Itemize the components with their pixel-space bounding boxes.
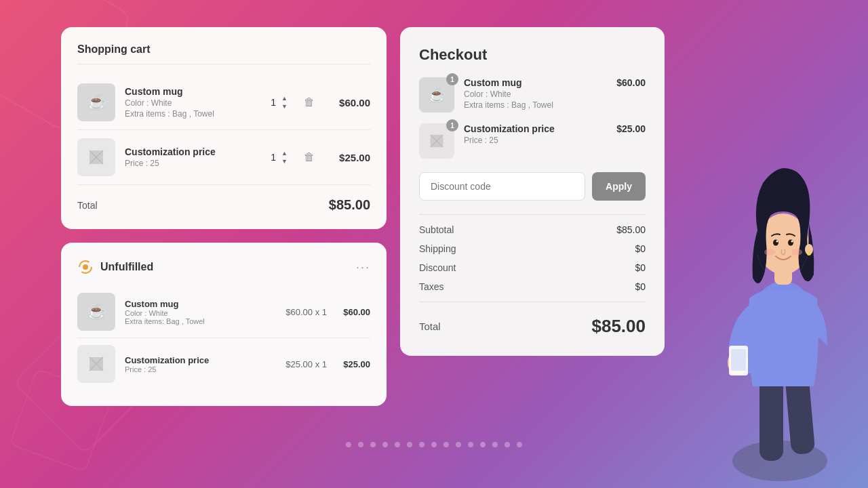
- cart-item-customization: Customization price Price : 25 1 ▲ ▼ 🗑 $…: [77, 130, 370, 185]
- discount-code-input[interactable]: [419, 172, 585, 201]
- discount-value: $0: [635, 262, 646, 273]
- mug-details: Custom mug Color : White Extra items : B…: [125, 86, 261, 119]
- discount-label: Discount: [419, 262, 456, 273]
- unfulfilled-mug-name: Custom mug: [125, 299, 276, 309]
- taxes-label: Taxes: [419, 281, 444, 292]
- summary-divider-top: [419, 214, 646, 215]
- checkout-item-customization: 1 Customization price Price : 25 $25.00: [419, 123, 646, 159]
- customization-detail: Price : 25: [125, 159, 261, 168]
- unfulfilled-customization-detail: Price : 25: [125, 365, 276, 373]
- unfulfilled-customization-qty-price: $25.00 x 1: [285, 359, 327, 369]
- checkout-customization-details: Customization price Price : 25: [464, 123, 607, 145]
- mug-color: Color : White: [125, 98, 261, 108]
- subtotal-value: $85.00: [616, 224, 646, 235]
- apply-button[interactable]: Apply: [592, 172, 646, 201]
- shipping-value: $0: [635, 243, 646, 254]
- cart-title: Shopping cart: [77, 43, 370, 64]
- taxes-value: $0: [635, 281, 646, 292]
- unfulfilled-item-customization: Customization price Price : 25 $25.00 x …: [77, 338, 370, 390]
- checkout-title: Checkout: [419, 46, 646, 64]
- mug-qty-down[interactable]: ▼: [280, 103, 289, 110]
- cart-total-label: Total: [77, 200, 98, 211]
- checkout-total-row: Total $85.00: [419, 309, 646, 337]
- customization-details: Customization price Price : 25: [125, 146, 261, 168]
- cart-total-row: Total $85.00: [77, 188, 370, 213]
- checkout-customization-image: 1: [419, 123, 454, 159]
- mug-delete-button[interactable]: 🗑: [298, 94, 320, 111]
- checkout-mug-price: $60.00: [616, 77, 646, 88]
- mug-image: ☕: [77, 83, 115, 121]
- customization-qty-value: 1: [271, 152, 276, 163]
- checkout-customization-price: $25.00: [616, 123, 646, 134]
- unfulfilled-mug-image: ☕: [77, 293, 115, 331]
- svg-point-21: [83, 264, 88, 270]
- unfulfilled-customization-image: [77, 345, 115, 383]
- main-layout: Shopping cart ☕ Custom mug Color : White…: [0, 0, 868, 488]
- mug-qty-value: 1: [271, 97, 276, 108]
- checkout-customization-badge: 1: [446, 119, 458, 131]
- customization-qty-down[interactable]: ▼: [280, 158, 289, 165]
- checkout-customization-detail: Price : 25: [464, 136, 607, 145]
- customization-image: [77, 138, 115, 176]
- mug-qty-up[interactable]: ▲: [280, 95, 289, 102]
- customization-name: Customization price: [125, 146, 261, 157]
- customization-price: $25.00: [330, 152, 370, 163]
- shipping-label: Shipping: [419, 243, 456, 254]
- unfulfilled-mug-details: Custom mug Color : White Extra items: Ba…: [125, 299, 276, 325]
- unfulfilled-title: Unfulfilled: [100, 261, 153, 273]
- checkout-mug-image: ☕ 1: [419, 77, 454, 113]
- checkout-customization-name: Customization price: [464, 123, 607, 134]
- mug-extras: Extra items : Bag , Towel: [125, 109, 261, 119]
- checkout-mug-color: Color : White: [464, 89, 607, 99]
- checkout-total-label: Total: [419, 321, 441, 332]
- unfulfilled-card: Unfulfilled ··· ☕ Custom mug Color : Whi…: [61, 243, 387, 406]
- customization-qty-up[interactable]: ▲: [280, 150, 289, 157]
- discount-row: Apply: [419, 172, 646, 201]
- discount-summary-row: Discount $0: [419, 258, 646, 277]
- customization-delete-button[interactable]: 🗑: [298, 148, 320, 166]
- checkout-mug-extras: Extra items : Bag , Towel: [464, 100, 607, 110]
- unfulfilled-customization-name: Customization price: [125, 355, 276, 365]
- checkout-card: Checkout ☕ 1 Custom mug Color : White Ex…: [400, 27, 665, 356]
- unfulfilled-mug-extras: Extra items: Bag , Towel: [125, 317, 276, 325]
- mug-qty-group: 1 ▲ ▼: [271, 95, 289, 110]
- unfulfilled-header: Unfulfilled ···: [77, 259, 370, 275]
- cart-total-value: $85.00: [329, 197, 370, 213]
- subtotal-row: Subtotal $85.00: [419, 220, 646, 239]
- left-column: Shopping cart ☕ Custom mug Color : White…: [61, 27, 387, 406]
- unfulfilled-customization-details: Customization price Price : 25: [125, 355, 276, 373]
- unfulfilled-item-mug: ☕ Custom mug Color : White Extra items: …: [77, 286, 370, 338]
- checkout-mug-name: Custom mug: [464, 77, 607, 88]
- unfulfilled-title-group: Unfulfilled: [77, 259, 153, 275]
- checkout-mug-badge: 1: [446, 73, 458, 85]
- customization-qty-controls[interactable]: ▲ ▼: [280, 150, 289, 165]
- taxes-row: Taxes $0: [419, 277, 646, 296]
- checkout-total-value: $85.00: [591, 316, 646, 337]
- mug-price: $60.00: [330, 97, 370, 108]
- mug-name: Custom mug: [125, 86, 261, 97]
- unfulfilled-customization-total: $25.00: [336, 359, 370, 369]
- checkout-mug-details: Custom mug Color : White Extra items : B…: [464, 77, 607, 110]
- subtotal-label: Subtotal: [419, 224, 454, 235]
- more-options-button[interactable]: ···: [356, 260, 370, 274]
- shipping-row: Shipping $0: [419, 239, 646, 258]
- unfulfilled-mug-color: Color : White: [125, 309, 276, 317]
- cart-item-mug: ☕ Custom mug Color : White Extra items :…: [77, 75, 370, 130]
- unfulfilled-mug-total: $60.00: [336, 307, 370, 317]
- shopping-cart-card: Shopping cart ☕ Custom mug Color : White…: [61, 27, 387, 229]
- summary-divider-bottom: [419, 302, 646, 302]
- mug-qty-controls[interactable]: ▲ ▼: [280, 95, 289, 110]
- customization-qty-group: 1 ▲ ▼: [271, 150, 289, 165]
- checkout-item-mug: ☕ 1 Custom mug Color : White Extra items…: [419, 77, 646, 113]
- unfulfilled-mug-qty-price: $60.00 x 1: [285, 307, 327, 317]
- spinner-icon: [77, 259, 94, 275]
